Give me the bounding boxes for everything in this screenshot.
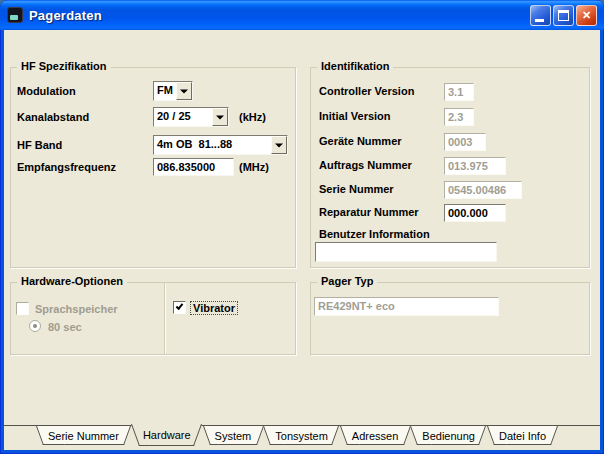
serie-nummer-label: Serie Nummer [319, 183, 394, 195]
dialog-client-area: HF Spezifikation Modulation FM Kanalabst… [4, 30, 600, 450]
vibrator-label[interactable]: Vibrator [191, 302, 237, 314]
group-identifikation: Identifikation Controller Version 3.1 In… [310, 67, 590, 268]
radio-dot-icon [33, 324, 37, 328]
tab-hardware[interactable]: Hardware [131, 424, 203, 446]
dauer-80sec-label: 80 sec [48, 321, 82, 333]
vibrator-checkbox[interactable] [173, 301, 186, 314]
chevron-down-icon [216, 116, 224, 120]
group-title-pager-typ: Pager Typ [317, 275, 377, 287]
group-hardware-optionen: Hardware-Optionen Sprachspeicher 80 sec … [10, 282, 296, 355]
tab-bedienung[interactable]: Bedienung [410, 426, 487, 445]
minimize-button[interactable] [530, 5, 551, 26]
sprachspeicher-label: Sprachspeicher [35, 303, 118, 315]
tab-system[interactable]: System [203, 426, 264, 445]
kanalabstand-unit: (kHz) [239, 111, 266, 123]
sprachspeicher-checkbox [16, 302, 29, 315]
reparatur-nummer-label: Reparatur Nummer [319, 206, 419, 218]
hardware-group-divider [164, 283, 165, 354]
kanalabstand-select[interactable]: 20 / 25 [153, 107, 229, 127]
initial-version-field: 2.3 [444, 108, 474, 126]
hf-band-dropdown-button[interactable] [271, 136, 287, 154]
close-button[interactable]: ✕ [576, 5, 597, 26]
window-title: Pagerdaten [29, 8, 528, 23]
pager-app-icon [7, 7, 23, 23]
benutzer-information-input[interactable] [315, 242, 497, 262]
titlebar[interactable]: Pagerdaten ✕ [0, 0, 604, 30]
empfangsfrequenz-unit: (MHz) [239, 161, 269, 173]
geraete-nummer-label: Geräte Nummer [319, 135, 402, 147]
tab-serie-nummer[interactable]: Serie Nummer [36, 426, 131, 445]
check-icon [176, 302, 184, 310]
pager-typ-field: RE429NT+ eco [314, 297, 499, 316]
chevron-down-icon [275, 144, 283, 148]
controller-version-field: 3.1 [444, 83, 474, 101]
minimize-icon [535, 19, 544, 22]
tab-adressen[interactable]: Adressen [340, 426, 410, 445]
benutzer-information-label: Benutzer Information [319, 228, 430, 240]
bottom-tab-strip: Serie Nummer Hardware System Tonsystem A… [4, 425, 600, 450]
auftrags-nummer-label: Auftrags Nummer [319, 159, 412, 171]
hf-band-value: 4m OB 81...88 [154, 136, 271, 154]
controller-version-label: Controller Version [319, 85, 414, 97]
group-title-hf: HF Spezifikation [17, 60, 111, 72]
kanalabstand-label: Kanalabstand [17, 111, 89, 123]
hf-band-label: HF Band [17, 139, 62, 151]
pagerdaten-window: Pagerdaten ✕ HF Spezifikation Modulation… [0, 0, 604, 454]
initial-version-label: Initial Version [319, 110, 391, 122]
group-title-identifikation: Identifikation [317, 60, 393, 72]
kanalabstand-value: 20 / 25 [154, 108, 212, 126]
dauer-80sec-radio [29, 320, 41, 332]
group-title-hardware: Hardware-Optionen [17, 275, 127, 287]
reparatur-nummer-input[interactable]: 000.000 [444, 204, 506, 222]
modulation-select[interactable]: FM [153, 81, 193, 101]
group-hf-spezifikation: HF Spezifikation Modulation FM Kanalabst… [10, 67, 296, 268]
kanalabstand-dropdown-button[interactable] [212, 108, 228, 126]
modulation-dropdown-button[interactable] [176, 82, 192, 100]
empfangsfrequenz-label: Empfangsfrequenz [17, 161, 116, 173]
auftrags-nummer-field: 013.975 [444, 157, 506, 175]
maximize-button[interactable] [553, 5, 574, 26]
modulation-label: Modulation [17, 85, 76, 97]
hf-band-select[interactable]: 4m OB 81...88 [153, 135, 288, 155]
chevron-down-icon [180, 90, 188, 94]
tab-datei-info[interactable]: Datei Info [487, 426, 558, 445]
geraete-nummer-field: 0003 [444, 133, 486, 151]
modulation-value: FM [154, 82, 176, 100]
maximize-icon [558, 10, 569, 21]
empfangsfrequenz-input[interactable]: 086.835000 [153, 158, 234, 176]
serie-nummer-field: 0545.00486 [444, 181, 522, 199]
group-pager-typ: Pager Typ RE429NT+ eco [310, 282, 590, 355]
tab-tonsystem[interactable]: Tonsystem [263, 426, 340, 445]
